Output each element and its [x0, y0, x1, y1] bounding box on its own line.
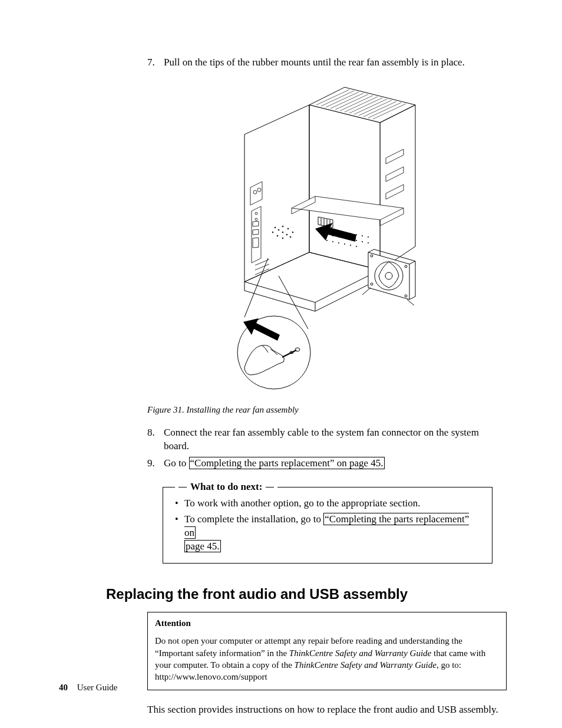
svg-line-7: [349, 98, 382, 113]
attention-title: Attention: [155, 617, 499, 629]
whatnext-text: To work with another option, go to the a…: [184, 498, 421, 509]
svg-point-52: [277, 235, 278, 236]
svg-point-36: [257, 188, 261, 192]
rule-left: [178, 487, 187, 487]
svg-line-5: [340, 95, 373, 111]
svg-line-0: [316, 90, 349, 105]
svg-point-31: [338, 242, 339, 243]
svg-point-33: [350, 245, 351, 246]
step-9: 9. Go to “Completing the parts replaceme…: [147, 457, 507, 470]
guide-name: ThinkCentre Safety and Warranty Guide: [295, 660, 437, 670]
support-url: http://www.lenovo.com/support: [155, 672, 267, 681]
svg-point-37: [255, 212, 257, 215]
svg-line-11: [368, 103, 401, 118]
guide-name: ThinkCentre Safety and Warranty Guide: [289, 648, 431, 658]
svg-point-55: [292, 232, 293, 233]
svg-point-54: [272, 232, 273, 233]
svg-line-3: [330, 93, 363, 108]
whatnext-item: To work with another option, go to the a…: [174, 497, 481, 510]
svg-point-28: [368, 242, 369, 243]
svg-point-47: [286, 234, 287, 235]
svg-point-49: [290, 236, 291, 238]
figure-31: [147, 81, 507, 398]
svg-point-45: [282, 232, 283, 233]
step-number: 7.: [147, 56, 155, 70]
svg-line-67: [407, 299, 414, 305]
svg-point-46: [278, 229, 279, 230]
steps-list: 7. Pull on the tips of the rubber mounts…: [147, 56, 507, 70]
whatnext-title-wrap: What to do next:: [175, 480, 277, 494]
svg-line-9: [359, 100, 392, 116]
svg-point-48: [275, 227, 276, 228]
svg-rect-40: [253, 229, 259, 235]
svg-point-34: [356, 246, 357, 247]
attention-body: Do not open your computer or attempt any…: [155, 635, 499, 683]
step-number: 8.: [147, 426, 155, 440]
svg-point-29: [326, 240, 328, 241]
footer-title: User Guide: [77, 683, 118, 692]
rule-right: [266, 487, 274, 487]
svg-line-66: [362, 288, 371, 295]
rear-fan-assembly-illustration: [227, 81, 427, 394]
steps-list-continued: 8. Connect the rear fan assembly cable t…: [147, 426, 507, 470]
xref-link[interactable]: “Completing the parts replacement” on pa…: [189, 457, 385, 469]
svg-point-53: [287, 228, 289, 229]
svg-rect-41: [253, 238, 259, 248]
svg-rect-39: [253, 221, 259, 226]
svg-point-32: [344, 243, 345, 245]
step-number: 9.: [147, 457, 155, 470]
svg-line-43: [255, 264, 269, 270]
attention-text: , go to:: [437, 660, 461, 670]
svg-line-6: [345, 97, 378, 112]
document-page: 7. Pull on the tips of the rubber mounts…: [0, 0, 562, 728]
step-text: Connect the rear fan assembly cable to t…: [164, 427, 479, 452]
figure-caption: Figure 31. Installing the rear fan assem…: [147, 404, 507, 416]
svg-point-27: [362, 241, 363, 242]
svg-line-10: [363, 101, 396, 117]
svg-line-1: [321, 91, 354, 106]
step-text-prefix: Go to: [164, 457, 189, 469]
svg-point-20: [368, 236, 369, 238]
section-heading: Replacing the front audio and USB assemb…: [106, 585, 507, 604]
page-footer: 40 User Guide: [59, 683, 117, 693]
svg-point-50: [282, 226, 283, 227]
step-text: Pull on the tips of the rubber mounts un…: [164, 57, 465, 68]
svg-line-8: [354, 99, 387, 114]
page-number: 40: [59, 683, 68, 692]
main-content: 7. Pull on the tips of the rubber mounts…: [147, 56, 507, 717]
what-to-do-next-box: What to do next: To work with another op…: [163, 487, 492, 564]
svg-point-35: [253, 190, 257, 194]
step-7: 7. Pull on the tips of the rubber mounts…: [147, 56, 507, 70]
svg-line-4: [335, 94, 368, 110]
whatnext-title: What to do next:: [190, 480, 262, 494]
svg-point-51: [282, 238, 283, 239]
attention-box: Attention Do not open your computer or a…: [147, 612, 507, 690]
whatnext-item: To complete the installation, go to “Com…: [174, 513, 481, 554]
xref-link[interactable]: page 45.: [184, 540, 221, 552]
svg-point-26: [356, 240, 357, 241]
section-intro: This section provides instructions on ho…: [147, 703, 507, 717]
step-8: 8. Connect the rear fan assembly cable t…: [147, 426, 507, 453]
svg-point-19: [362, 235, 363, 236]
svg-point-30: [332, 241, 333, 242]
whatnext-prefix: To complete the installation, go to: [184, 513, 323, 525]
svg-point-38: [255, 218, 257, 220]
svg-line-12: [373, 104, 406, 119]
